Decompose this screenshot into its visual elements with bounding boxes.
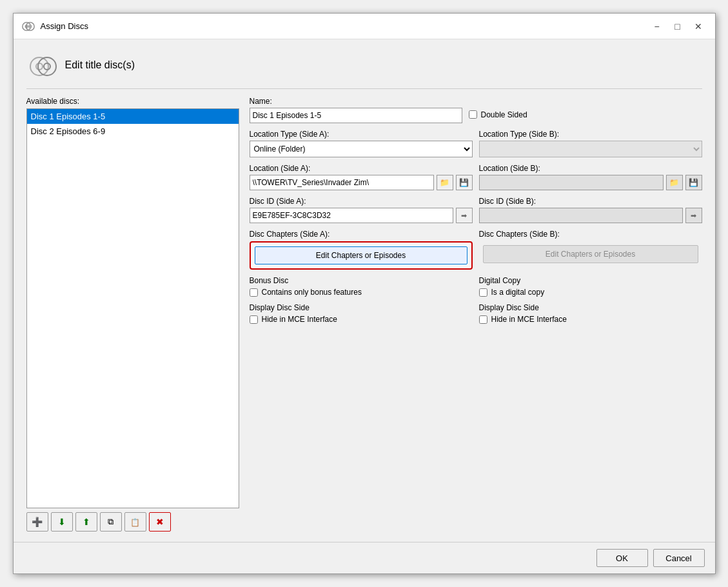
move-down-icon: [58, 517, 66, 527]
chapters-a-col: Disc Chapters (Side A): Edit Chapters or…: [250, 230, 473, 270]
bonus-col: Bonus Disc Contains only bonus features: [250, 276, 473, 297]
location-type-row: Location Type (Side A): Online (Folder) …: [250, 130, 702, 157]
move-down-button[interactable]: [51, 512, 73, 532]
bonus-label: Bonus Disc: [250, 276, 473, 285]
delete-icon: [156, 517, 164, 527]
disc-id-a-group: Disc ID (Side A):: [250, 197, 473, 223]
chapters-b-col: Disc Chapters (Side B): Edit Chapters or…: [479, 230, 702, 270]
title-bar-left: Assign Discs: [21, 19, 88, 34]
assign-discs-window: Assign Discs − □ ✕ Edit title disc(s) Av…: [13, 13, 716, 574]
location-a-input[interactable]: [250, 175, 434, 190]
display-a-label: Display Disc Side: [250, 303, 473, 312]
location-type-a-label: Location Type (Side A):: [250, 130, 473, 139]
location-b-disk-button[interactable]: [685, 175, 702, 190]
disk-icon-b: [689, 178, 698, 187]
minimize-button[interactable]: −: [648, 19, 666, 34]
display-col-b: Display Disc Side Hide in MCE Interface: [479, 303, 702, 324]
dialog-header: Edit title disc(s): [26, 50, 702, 89]
location-type-b-group: Location Type (Side B):: [479, 130, 702, 157]
name-input[interactable]: [250, 108, 462, 123]
title-bar: Assign Discs − □ ✕: [14, 14, 715, 39]
copy-button[interactable]: [100, 512, 122, 532]
disc-id-b-input[interactable]: [479, 208, 683, 223]
location-b-folder-button[interactable]: [666, 175, 683, 190]
maximize-button[interactable]: □: [669, 19, 687, 34]
double-sided-row: Double Sided: [469, 101, 527, 119]
delete-button[interactable]: [149, 512, 171, 532]
hide-mce-b-label: Hide in MCE Interface: [491, 315, 567, 324]
digital-label: Digital Copy: [479, 276, 702, 285]
main-area: Available discs: Disc 1 Episodes 1-5 Dis…: [26, 97, 702, 532]
display-b-label: Display Disc Side: [479, 303, 702, 312]
chapters-b-label: Disc Chapters (Side B):: [479, 230, 702, 239]
display-a-check-row: Hide in MCE Interface: [250, 315, 473, 324]
copy-icon: [108, 517, 113, 527]
location-a-folder-button[interactable]: [437, 175, 453, 190]
name-field-group: Name:: [250, 97, 462, 123]
close-button[interactable]: ✕: [689, 19, 707, 34]
digital-check-row: Is a digital copy: [479, 288, 702, 297]
list-toolbar: [26, 508, 239, 532]
display-disc-row: Display Disc Side Hide in MCE Interface …: [250, 303, 702, 324]
available-discs-label: Available discs:: [26, 97, 239, 106]
edit-chapters-a-button[interactable]: Edit Chapters or Episodes: [255, 246, 467, 264]
location-b-label: Location (Side B):: [479, 164, 702, 173]
digital-checkbox[interactable]: [479, 288, 487, 297]
location-type-a-group: Location Type (Side A): Online (Folder) …: [250, 130, 473, 157]
ok-button[interactable]: OK: [596, 549, 648, 567]
dialog-footer: OK Cancel: [14, 542, 715, 573]
name-row: Name: Double Sided: [250, 97, 702, 123]
name-label: Name:: [250, 97, 462, 106]
location-a-group: Location (Side A):: [250, 164, 473, 190]
dialog-title: Edit title disc(s): [65, 59, 135, 71]
location-type-b-dropdown[interactable]: [479, 141, 702, 157]
disc-id-a-label: Disc ID (Side A):: [250, 197, 473, 206]
disc-list-item-2[interactable]: Disc 2 Episodes 6-9: [27, 124, 239, 139]
paste-button[interactable]: [124, 512, 146, 532]
add-icon: [32, 517, 43, 527]
title-bar-controls: − □ ✕: [648, 19, 707, 34]
bonus-checkbox-label: Contains only bonus features: [262, 288, 362, 297]
bonus-checkbox[interactable]: [250, 288, 258, 297]
hide-mce-b-checkbox[interactable]: [479, 315, 487, 324]
disc-id-b-input-row: [479, 208, 702, 223]
disc-id-a-button[interactable]: [456, 208, 473, 223]
location-b-input[interactable]: [479, 175, 664, 190]
disc-id-a-input[interactable]: [250, 208, 453, 223]
disc-id-a-input-row: [250, 208, 473, 223]
move-up-icon: [83, 517, 90, 527]
arrow-icon-a: [461, 211, 467, 220]
left-panel: Available discs: Disc 1 Episodes 1-5 Dis…: [26, 97, 239, 532]
folder-icon-b: [669, 178, 679, 187]
edit-chapters-b-button: Edit Chapters or Episodes: [483, 245, 698, 263]
location-type-b-label: Location Type (Side B):: [479, 130, 702, 139]
add-disc-button[interactable]: [26, 512, 48, 532]
location-type-a-dropdown[interactable]: Online (Folder) Local Network None: [250, 141, 473, 157]
chapters-a-box: Edit Chapters or Episodes: [250, 241, 473, 270]
window-icon: [21, 19, 35, 34]
cancel-button[interactable]: Cancel: [653, 549, 705, 567]
disk-icon-a: [459, 178, 469, 187]
svg-point-6: [38, 57, 56, 75]
arrow-icon-b: [691, 211, 696, 220]
chapters-a-label: Disc Chapters (Side A):: [250, 230, 473, 239]
right-panel: Name: Double Sided Location Type (Side A…: [250, 97, 702, 532]
location-a-disk-button[interactable]: [456, 175, 473, 190]
hide-mce-a-label: Hide in MCE Interface: [262, 315, 337, 324]
disc-list-item-1[interactable]: Disc 1 Episodes 1-5: [27, 109, 239, 124]
dialog-content: Edit title disc(s) Available discs: Disc…: [14, 39, 715, 542]
location-b-input-row: [479, 175, 702, 190]
hide-mce-a-checkbox[interactable]: [250, 315, 258, 324]
disk-icon: [26, 50, 57, 81]
bonus-digital-row: Bonus Disc Contains only bonus features …: [250, 276, 702, 297]
disc-list: Disc 1 Episodes 1-5 Disc 2 Episodes 6-9: [26, 108, 239, 508]
disc-id-b-label: Disc ID (Side B):: [479, 197, 702, 206]
disc-id-b-button[interactable]: [685, 208, 702, 223]
location-a-label: Location (Side A):: [250, 164, 473, 173]
disc-id-row: Disc ID (Side A): Disc ID (Side B):: [250, 197, 702, 223]
move-up-button[interactable]: [75, 512, 97, 532]
svg-point-7: [44, 63, 50, 70]
double-sided-label: Double Sided: [481, 110, 527, 119]
chapters-section: Disc Chapters (Side A): Edit Chapters or…: [250, 230, 702, 270]
double-sided-checkbox[interactable]: [469, 110, 477, 119]
